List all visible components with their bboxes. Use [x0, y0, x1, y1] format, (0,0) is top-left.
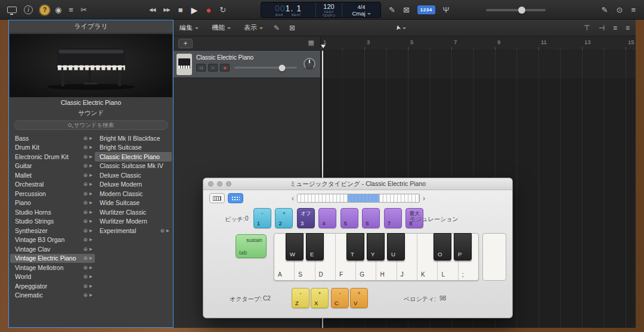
sustain-key[interactable]: sustain tab	[236, 234, 267, 258]
category-item[interactable]: Synthesizer ⊕▶	[10, 226, 95, 235]
editors-icon[interactable]: ✂	[80, 6, 87, 14]
black-key[interactable]: W	[286, 233, 304, 260]
mini-keyboard-strip[interactable]	[297, 194, 420, 203]
sound-item[interactable]: Wurlitzer Modern ⊕▶	[95, 217, 172, 226]
black-key[interactable]: O	[434, 233, 451, 260]
mod-key[interactable]: 7	[384, 208, 402, 228]
playhead-marker[interactable]	[321, 45, 326, 51]
category-item[interactable]: Mallet ⊕▶	[10, 170, 95, 180]
white-key-extra[interactable]	[482, 233, 506, 281]
solo-button[interactable]: ∩	[208, 64, 218, 72]
sound-item[interactable]: Bright Suitcase ⊕▶	[95, 143, 172, 153]
mod-key[interactable]: 4	[318, 208, 336, 228]
menu-button[interactable]: 表示	[244, 23, 263, 32]
velocity-down-key[interactable]: - C	[331, 288, 349, 308]
sound-item[interactable]: Modern Classic ⊕▶	[95, 189, 172, 198]
sound-item[interactable]: Experimental ⊕▶	[95, 226, 172, 235]
black-key[interactable]: P	[454, 233, 472, 260]
category-item[interactable]: Cinematic ⊕▶	[10, 291, 95, 300]
smart-controls-icon[interactable]: ◉	[55, 6, 61, 14]
octave-down-key[interactable]: - Z	[292, 288, 309, 308]
zoom-horizontal-icon[interactable]: ≡	[626, 24, 630, 32]
mod-key[interactable]: + 2	[275, 208, 293, 228]
minimize-button[interactable]	[217, 181, 222, 187]
record-enable-button[interactable]: ●	[220, 64, 230, 72]
catch-playhead-icon[interactable]: ⊤	[584, 24, 590, 32]
category-item[interactable]: Orchestral ⊕▶	[10, 180, 95, 190]
master-volume-slider[interactable]	[486, 0, 546, 20]
play-button[interactable]: ▶	[191, 6, 197, 14]
compose-icon[interactable]: ✎	[602, 6, 608, 14]
category-item[interactable]: Piano ⊕▶	[10, 198, 95, 208]
mute-button[interactable]: ◁	[196, 64, 206, 72]
status-icon[interactable]: ⊙	[617, 6, 623, 14]
category-item[interactable]: Percussion ⊕▶	[10, 189, 95, 198]
display-icon[interactable]	[7, 7, 17, 13]
menu-button[interactable]: 機能	[212, 23, 231, 32]
track-lane[interactable]	[321, 51, 636, 78]
rewind-button[interactable]: ◀◀	[149, 8, 155, 13]
mod-key[interactable]: - 1	[253, 208, 271, 228]
pencil-tool-icon[interactable]: ✎	[274, 24, 280, 32]
black-key[interactable]: T	[346, 233, 364, 260]
track-header-options-icon[interactable]: ▦	[308, 39, 314, 46]
black-key[interactable]: Y	[367, 233, 385, 260]
velocity-up-key[interactable]: + V	[350, 288, 368, 308]
sound-item[interactable]: Wurlitzer Classic ⊕▶	[95, 207, 172, 217]
category-item[interactable]: Studio Strings ⊕▶	[10, 217, 95, 226]
stop-button[interactable]: ■	[178, 6, 183, 14]
erase-icon[interactable]: ⊠	[403, 6, 410, 14]
category-item[interactable]: World ⊕▶	[10, 272, 95, 282]
pan-knob[interactable]	[304, 58, 315, 70]
track-volume-slider[interactable]	[234, 67, 297, 69]
sound-item[interactable]: Classic Electric Piano ⊕▶	[95, 152, 172, 162]
search-input[interactable]: サウンドを検索	[14, 120, 168, 130]
chevron-left-icon[interactable]: ‹	[289, 194, 297, 203]
black-key[interactable]: E	[306, 233, 324, 260]
timeline-ruler[interactable]: 1 3 5 7	[320, 36, 636, 51]
octave-up-key[interactable]: + X	[311, 288, 329, 308]
sound-item[interactable]: Classic Suitcase Mk IV ⊕▶	[95, 162, 172, 171]
category-item[interactable]: Studio Horns ⊕▶	[10, 207, 95, 217]
category-item[interactable]: Vintage Clav ⊕▶	[10, 244, 95, 254]
zoom-vertical-icon[interactable]: ≡	[613, 24, 617, 32]
category-item[interactable]: Guitar ⊕▶	[10, 162, 95, 171]
category-item[interactable]: Drum Kit ⊕▶	[10, 143, 95, 153]
close-button[interactable]	[208, 181, 213, 187]
category-item[interactable]: Arpeggiator ⊕▶	[10, 281, 95, 291]
musical-typing-titlebar[interactable]: ミュージックタイピング - Classic Electric Piano	[203, 178, 512, 190]
lcd-key-signature[interactable]: 4/4 Cmaj	[342, 2, 380, 17]
lcd-position[interactable]: 001. 1 BAR BEAT	[261, 2, 316, 17]
menu-button[interactable]: 編集	[179, 23, 199, 32]
octave-range-navigator[interactable]: ‹ ›	[289, 193, 428, 203]
black-key[interactable]: U	[387, 233, 405, 260]
mixer-icon[interactable]: ≡	[69, 6, 73, 14]
sound-item[interactable]: Bright Mk II Blackface ⊕▶	[95, 134, 172, 143]
info-icon[interactable]: i	[24, 5, 33, 14]
add-track-button[interactable]: +	[178, 39, 193, 48]
mod-key[interactable]: 5	[340, 208, 358, 228]
volume-thumb[interactable]	[518, 7, 525, 14]
lcd-display[interactable]: 001. 1 BAR BEAT 120 KEEP TEMPO 4/4 Cmaj	[261, 2, 381, 18]
help-icon[interactable]: ?	[40, 5, 49, 15]
draw-icon[interactable]: ✎	[389, 6, 395, 14]
chevron-right-icon[interactable]: ›	[420, 194, 428, 203]
cycle-button[interactable]: ↻	[219, 6, 226, 14]
list-icon[interactable]: ≡	[631, 6, 636, 14]
forward-button[interactable]: ▶▶	[163, 8, 169, 13]
keyboard-view-button[interactable]	[209, 193, 225, 203]
mod-key[interactable]: 6	[362, 208, 380, 228]
tuner-icon[interactable]: Ψ	[443, 6, 450, 14]
sound-item[interactable]: Deluxe Modern ⊕▶	[95, 180, 172, 190]
category-item[interactable]: Vintage Mellotron ⊕▶	[10, 263, 95, 272]
sound-item[interactable]: Wide Suitcase ⊕▶	[95, 198, 172, 208]
pointer-tool-selector[interactable]: ➤	[395, 24, 406, 32]
category-item[interactable]: Vintage Electric Piano ⊕▶	[10, 254, 95, 263]
snap-icon[interactable]: ⊣	[599, 24, 605, 32]
zoom-button[interactable]	[226, 181, 231, 187]
sound-item[interactable]: Deluxe Classic ⊕▶	[95, 170, 172, 180]
category-item[interactable]: Vintage B3 Organ ⊕▶	[10, 235, 95, 245]
track-header[interactable]: Classic Electric Piano ◁ ∩ ●	[174, 51, 320, 78]
musical-typing-view-button[interactable]	[228, 193, 243, 203]
lcd-tempo[interactable]: 120 KEEP TEMPO	[316, 2, 342, 17]
